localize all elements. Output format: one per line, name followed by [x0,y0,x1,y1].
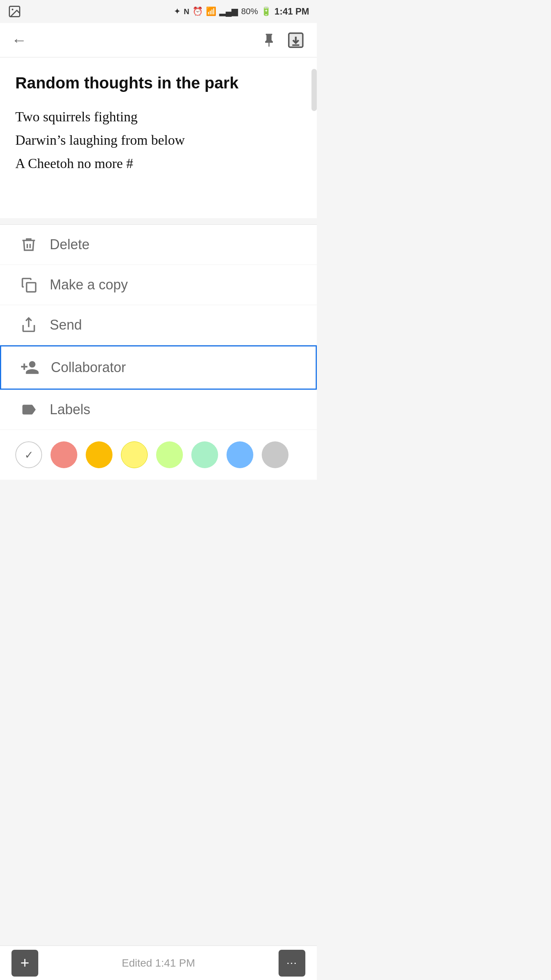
color-red[interactable] [51,441,77,468]
alarm-icon: ⏰ [192,7,203,16]
send-label: Send [50,317,82,333]
gap-section [0,218,317,224]
color-yellow[interactable] [121,441,148,468]
color-teal[interactable] [191,441,218,468]
labels-label: Labels [50,402,90,418]
save-icon[interactable] [286,31,305,50]
bluetooth-icon: ✦ [174,7,181,16]
copy-label: Make a copy [50,277,128,293]
menu-item-copy[interactable]: Make a copy [0,265,317,305]
status-time: 1:41 PM [274,6,309,17]
note-title: Random thoughts in the park [15,73,302,94]
color-picker: ✓ [0,430,317,480]
color-green[interactable] [156,441,183,468]
back-button[interactable]: ← [11,31,27,49]
battery-icon: 🔋 [261,7,271,16]
toolbar-right [259,31,305,50]
color-none[interactable]: ✓ [15,441,42,468]
svg-point-1 [12,9,14,11]
signal-icon: ▂▄▆ [219,7,238,16]
wifi-icon: 📶 [206,7,216,16]
copy-icon [15,276,42,293]
note-body: Two squirrels fighting Darwin’s laughing… [15,105,302,176]
color-gray[interactable] [262,441,289,468]
battery-text: 80% [241,7,258,16]
color-blue[interactable] [227,441,253,468]
color-orange[interactable] [86,441,112,468]
image-icon [8,5,21,18]
collaborator-label: Collaborator [51,359,126,376]
toolbar-left: ← [11,31,27,49]
status-bar: ✦ N ⏰ 📶 ▂▄▆ 80% 🔋 1:41 PM [0,0,317,23]
status-left [8,5,21,18]
menu-item-delete[interactable]: Delete [0,225,317,265]
note-content-area: Random thoughts in the park Two squirrel… [0,57,317,218]
person-add-icon [16,358,43,377]
menu-item-send[interactable]: Send [0,305,317,345]
share-icon [15,317,42,333]
label-icon [15,401,42,418]
delete-label: Delete [50,237,90,253]
nfc-icon: N [184,7,189,16]
menu-item-labels[interactable]: Labels [0,390,317,430]
scroll-indicator [311,69,317,111]
toolbar: ← [0,23,317,57]
svg-rect-4 [27,283,36,292]
pin-icon[interactable] [259,31,279,50]
status-right: ✦ N ⏰ 📶 ▂▄▆ 80% 🔋 1:41 PM [174,6,309,17]
trash-icon [15,236,42,253]
menu-section: Delete Make a copy Send Collabor [0,225,317,430]
menu-item-collaborator[interactable]: Collaborator [0,345,317,390]
